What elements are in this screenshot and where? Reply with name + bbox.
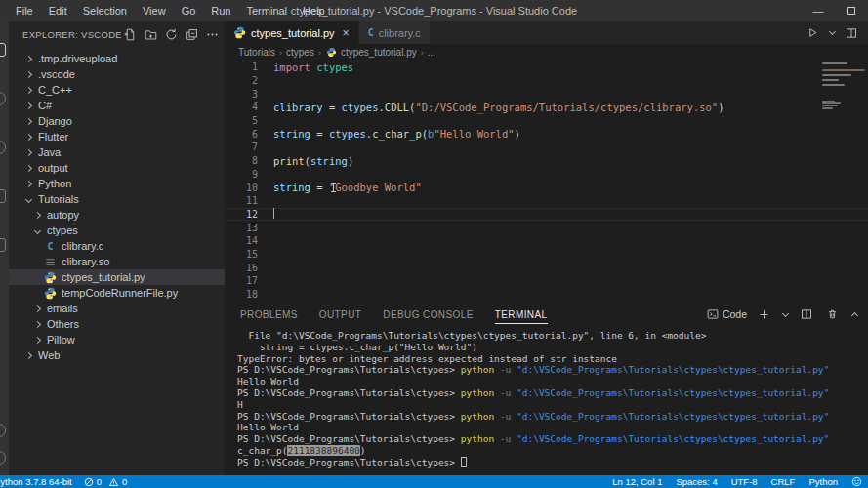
menu-bar: FileEditSelectionViewGoRunTerminalHelp <box>0 0 333 21</box>
kill-terminal-trash-icon[interactable] <box>823 305 841 323</box>
split-editor-icon[interactable] <box>843 24 860 42</box>
tree-item-python[interactable]: Python <box>9 176 225 191</box>
tab-clibrary-c[interactable]: Cclibrary.c <box>359 21 431 44</box>
maximize-icon[interactable] <box>835 0 868 21</box>
panel-tab-problems[interactable]: PROBLEMS <box>240 305 298 324</box>
code-line-3[interactable]: 3 <box>225 87 868 101</box>
status-ln-12-col-1[interactable]: Ln 12, Col 1 <box>612 476 662 487</box>
code-line-13[interactable]: 13 <box>225 221 868 234</box>
run-debug-icon[interactable] <box>0 189 6 203</box>
menu-edit[interactable]: Edit <box>41 0 75 21</box>
breadcrumb-item-tutorials[interactable]: Tutorials <box>238 47 275 58</box>
tree-item-web[interactable]: Web <box>9 347 225 363</box>
tree-item-ctypes-tutorial-py[interactable]: ctypes_tutorial.py <box>9 269 225 285</box>
tree-item-django[interactable]: Django <box>9 113 225 129</box>
menu-terminal[interactable]: Terminal <box>239 0 296 21</box>
status-utf-8[interactable]: UTF-8 <box>731 476 758 487</box>
breadcrumb-item-[interactable]: ... <box>428 47 435 58</box>
new-folder-icon[interactable] <box>142 25 159 43</box>
new-terminal-icon[interactable] <box>755 305 772 323</box>
menu-selection[interactable]: Selection <box>75 0 135 21</box>
minimap[interactable] <box>822 62 865 110</box>
panel-tab-output[interactable]: OUTPUT <box>319 305 362 324</box>
collapse-folders-icon[interactable] <box>183 25 200 43</box>
code-line-17[interactable]: 17 <box>225 274 868 288</box>
panel-tab-terminal[interactable]: TERMINAL <box>495 305 548 324</box>
tree-item-vscode[interactable]: .vscode <box>9 66 225 82</box>
settings-gear-icon[interactable] <box>0 451 6 465</box>
tree-item-emails[interactable]: emails <box>9 301 225 316</box>
code-line-14[interactable]: 14 <box>225 234 868 248</box>
tree-item-c-c[interactable]: C_C++ <box>9 82 225 98</box>
tree-item-clibrary-c[interactable]: Cclibrary.c <box>9 238 225 254</box>
code-line-8[interactable]: 8print(string) <box>225 154 868 168</box>
close-tab-icon[interactable]: × <box>343 26 350 40</box>
tree-item-c[interactable]: C# <box>9 98 225 113</box>
terminal-output[interactable]: File "d:\VSCode_Programs\Tutorials\ctype… <box>225 327 868 475</box>
breadcrumb-separator-icon: › <box>421 48 424 58</box>
code-line-6[interactable]: 6string = ctypes.c_char_p(b"Hello World"… <box>225 127 868 141</box>
feedback-smiley-icon[interactable] <box>851 476 862 487</box>
tree-item-tempcoderunnerfile-py[interactable]: tempCodeRunnerFile.py <box>9 285 225 301</box>
tree-item-output[interactable]: output <box>9 160 225 176</box>
source-control-icon[interactable] <box>0 141 6 154</box>
tree-item-ctypes[interactable]: ctypes <box>9 223 225 238</box>
tree-item-label: Flutter <box>38 131 68 142</box>
error-icon <box>84 477 94 487</box>
run-python-file-icon[interactable] <box>804 24 821 42</box>
code-line-2[interactable]: 2 <box>225 74 868 88</box>
menu-help[interactable]: Help <box>295 0 333 21</box>
tree-item-clibrary-so[interactable]: clibrary.so <box>9 254 225 269</box>
code-line-12[interactable]: 12 <box>225 208 868 222</box>
breadcrumb-item-ctypes-tutorial-py[interactable]: ctypes_tutorial.py <box>325 46 417 59</box>
line-number: 5 <box>225 115 258 126</box>
tree-item-others[interactable]: Others <box>9 316 225 332</box>
chevron-right-icon <box>25 351 32 358</box>
code-line-9[interactable]: 9 <box>225 168 868 182</box>
tree-item-label: Django <box>38 115 72 127</box>
run-dropdown-chevron-icon[interactable] <box>827 24 837 42</box>
terminal-dropdown-chevron-icon[interactable] <box>780 305 790 323</box>
new-file-icon[interactable] <box>121 25 139 43</box>
search-icon[interactable] <box>0 92 6 105</box>
tree-item-pillow[interactable]: Pillow <box>9 332 225 347</box>
code-line-15[interactable]: 15 <box>225 248 868 262</box>
minimize-icon[interactable]: — <box>802 0 835 21</box>
maximize-panel-chevron-icon[interactable] <box>848 305 860 323</box>
problems-indicator[interactable]: 0 0 <box>84 476 128 487</box>
code-editor[interactable]: 1import ctypes234clibrary = ctypes.CDLL(… <box>225 61 868 302</box>
breadcrumb-item-ctypes[interactable]: ctypes <box>286 47 314 58</box>
tree-item-autopy[interactable]: autopy <box>9 207 225 223</box>
explorer-icon[interactable] <box>0 43 6 57</box>
code-line-5[interactable]: 5 <box>225 114 868 128</box>
tab-ctypes-tutorial-py[interactable]: ctypes_tutorial.py× <box>225 21 359 44</box>
refresh-icon[interactable] <box>162 25 180 43</box>
panel-tab-debug-console[interactable]: DEBUG CONSOLE <box>383 305 473 324</box>
tree-item-flutter[interactable]: Flutter <box>9 129 225 144</box>
more-actions-icon[interactable] <box>203 25 221 43</box>
tree-item-java[interactable]: Java <box>9 144 225 160</box>
tree-item-tmp-driveupload[interactable]: .tmp.driveupload <box>9 51 225 66</box>
status-crlf[interactable]: CRLF <box>771 476 796 487</box>
code-line-16[interactable]: 16 <box>225 261 868 274</box>
code-line-1[interactable]: 1import ctypes <box>225 61 868 74</box>
menu-file[interactable]: File <box>8 0 41 21</box>
code-line-4[interactable]: 4clibrary = ctypes.CDLL("D:/VSCode_Progr… <box>225 101 868 114</box>
terminal-selector[interactable]: Code <box>707 308 747 320</box>
account-icon[interactable] <box>0 424 6 437</box>
status-python[interactable]: Python <box>808 476 838 487</box>
menu-go[interactable]: Go <box>174 0 204 21</box>
code-line-7[interactable]: 7 <box>225 141 868 154</box>
tree-item-label: Python <box>38 178 71 189</box>
extensions-icon[interactable] <box>0 238 6 252</box>
menu-run[interactable]: Run <box>203 0 238 21</box>
status-spaces-4[interactable]: Spaces: 4 <box>676 476 717 487</box>
menu-view[interactable]: View <box>135 0 174 21</box>
python-interpreter-indicator[interactable]: Python 3.7.8 64-bit <box>0 476 72 487</box>
tree-item-tutorials[interactable]: Tutorials <box>9 191 225 207</box>
code-line-11[interactable]: 11 <box>225 194 868 208</box>
split-terminal-icon[interactable] <box>798 305 815 323</box>
code-line-10[interactable]: 10string = "Goodbye World" <box>225 181 868 194</box>
code-line-18[interactable]: 18 <box>225 288 868 302</box>
tree-item-label: autopy <box>47 209 79 221</box>
